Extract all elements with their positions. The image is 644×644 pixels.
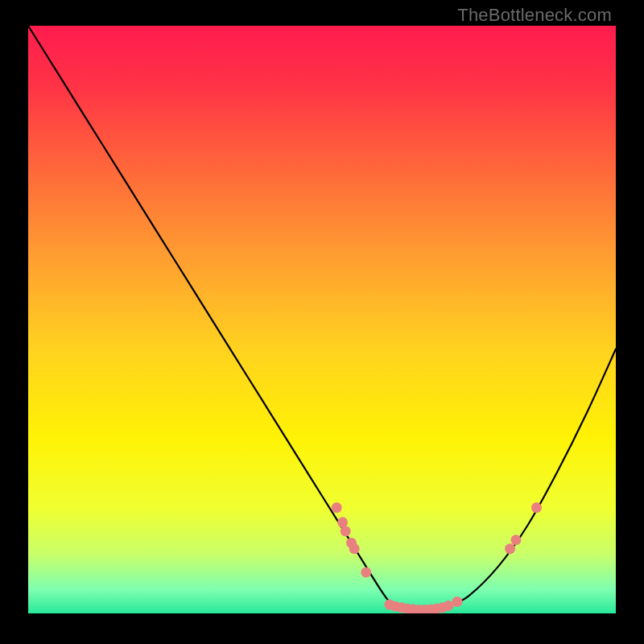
curve-layer [28,26,616,613]
data-marker [505,543,515,554]
data-marker [510,535,521,545]
data-marker [361,567,371,577]
data-marker [452,597,462,607]
data-marker [349,543,360,554]
watermark-text: TheBottleneck.com [457,5,612,26]
data-marker [332,502,342,513]
plot-area [28,26,616,613]
chart-container: TheBottleneck.com [0,0,644,644]
data-markers [332,502,542,613]
data-marker [531,502,542,513]
data-marker [341,526,351,536]
bottleneck-curve [28,26,616,611]
